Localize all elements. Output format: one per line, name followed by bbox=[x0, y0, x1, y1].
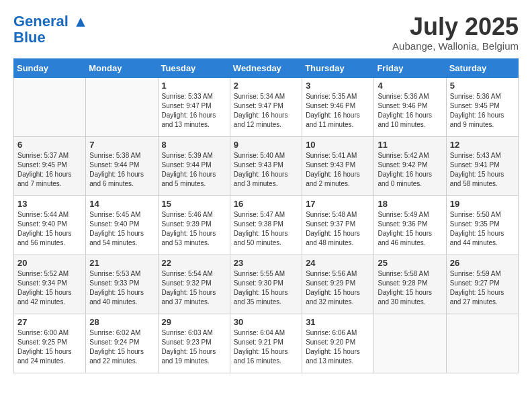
day-number: 27 bbox=[17, 317, 82, 327]
calendar-cell: 20Sunrise: 5:52 AM Sunset: 9:34 PM Dayli… bbox=[14, 255, 86, 314]
calendar-cell: 22Sunrise: 5:54 AM Sunset: 9:32 PM Dayli… bbox=[158, 255, 230, 314]
calendar-cell: 18Sunrise: 5:49 AM Sunset: 9:36 PM Dayli… bbox=[374, 195, 446, 255]
calendar-cell: 12Sunrise: 5:43 AM Sunset: 9:41 PM Dayli… bbox=[446, 136, 518, 195]
day-info: Sunrise: 5:34 AM Sunset: 9:47 PM Dayligh… bbox=[234, 92, 298, 130]
calendar-week-row: 1Sunrise: 5:33 AM Sunset: 9:47 PM Daylig… bbox=[14, 77, 519, 136]
day-info: Sunrise: 5:35 AM Sunset: 9:46 PM Dayligh… bbox=[306, 92, 370, 130]
header-friday: Friday bbox=[374, 58, 446, 77]
day-number: 4 bbox=[378, 81, 442, 91]
header-sunday: Sunday bbox=[14, 58, 86, 77]
day-info: Sunrise: 5:54 AM Sunset: 9:32 PM Dayligh… bbox=[162, 269, 226, 307]
day-info: Sunrise: 5:41 AM Sunset: 9:43 PM Dayligh… bbox=[306, 151, 370, 189]
day-number: 24 bbox=[306, 258, 370, 268]
calendar-cell: 19Sunrise: 5:50 AM Sunset: 9:35 PM Dayli… bbox=[446, 195, 518, 255]
day-info: Sunrise: 5:47 AM Sunset: 9:38 PM Dayligh… bbox=[234, 210, 298, 248]
day-number: 17 bbox=[306, 199, 370, 209]
logo-text-blue: Blue bbox=[13, 30, 87, 46]
day-info: Sunrise: 5:33 AM Sunset: 9:47 PM Dayligh… bbox=[162, 92, 226, 130]
day-info: Sunrise: 5:38 AM Sunset: 9:44 PM Dayligh… bbox=[89, 151, 154, 189]
day-number: 19 bbox=[450, 199, 515, 209]
logo: General Blue bbox=[13, 13, 87, 46]
calendar-week-row: 20Sunrise: 5:52 AM Sunset: 9:34 PM Dayli… bbox=[14, 255, 519, 314]
day-number: 15 bbox=[162, 199, 226, 209]
day-number: 18 bbox=[378, 199, 442, 209]
svg-marker-0 bbox=[76, 18, 85, 27]
calendar-cell: 25Sunrise: 5:58 AM Sunset: 9:28 PM Dayli… bbox=[374, 255, 446, 314]
calendar-week-row: 13Sunrise: 5:44 AM Sunset: 9:40 PM Dayli… bbox=[14, 195, 519, 255]
day-info: Sunrise: 5:52 AM Sunset: 9:34 PM Dayligh… bbox=[17, 269, 82, 307]
day-info: Sunrise: 5:46 AM Sunset: 9:39 PM Dayligh… bbox=[162, 210, 226, 248]
calendar-cell: 2Sunrise: 5:34 AM Sunset: 9:47 PM Daylig… bbox=[230, 77, 302, 136]
day-number: 14 bbox=[89, 199, 154, 209]
calendar-cell bbox=[86, 77, 158, 136]
day-info: Sunrise: 5:40 AM Sunset: 9:43 PM Dayligh… bbox=[234, 151, 298, 189]
page-header: General Blue July 2025 Aubange, Wallonia… bbox=[13, 13, 519, 52]
day-info: Sunrise: 6:06 AM Sunset: 9:20 PM Dayligh… bbox=[306, 328, 370, 366]
day-number: 9 bbox=[234, 140, 298, 150]
day-number: 1 bbox=[162, 81, 226, 91]
day-info: Sunrise: 5:44 AM Sunset: 9:40 PM Dayligh… bbox=[17, 210, 82, 248]
day-number: 12 bbox=[450, 140, 515, 150]
day-info: Sunrise: 6:00 AM Sunset: 9:25 PM Dayligh… bbox=[17, 328, 82, 366]
logo-text: General bbox=[13, 13, 87, 30]
calendar-table: SundayMondayTuesdayWednesdayThursdayFrid… bbox=[13, 58, 519, 373]
day-number: 30 bbox=[234, 317, 298, 327]
day-info: Sunrise: 5:49 AM Sunset: 9:36 PM Dayligh… bbox=[378, 210, 442, 248]
day-number: 25 bbox=[378, 258, 442, 268]
calendar-cell: 7Sunrise: 5:38 AM Sunset: 9:44 PM Daylig… bbox=[86, 136, 158, 195]
calendar-cell: 3Sunrise: 5:35 AM Sunset: 9:46 PM Daylig… bbox=[302, 77, 374, 136]
calendar-week-row: 27Sunrise: 6:00 AM Sunset: 9:25 PM Dayli… bbox=[14, 314, 519, 373]
calendar-cell: 11Sunrise: 5:42 AM Sunset: 9:42 PM Dayli… bbox=[374, 136, 446, 195]
calendar-cell: 23Sunrise: 5:55 AM Sunset: 9:30 PM Dayli… bbox=[230, 255, 302, 314]
day-number: 10 bbox=[306, 140, 370, 150]
day-info: Sunrise: 5:45 AM Sunset: 9:40 PM Dayligh… bbox=[89, 210, 154, 248]
day-info: Sunrise: 6:02 AM Sunset: 9:24 PM Dayligh… bbox=[89, 328, 154, 366]
logo-icon bbox=[74, 15, 87, 29]
calendar-cell bbox=[374, 314, 446, 373]
calendar-cell: 30Sunrise: 6:04 AM Sunset: 9:21 PM Dayli… bbox=[230, 314, 302, 373]
day-number: 23 bbox=[234, 258, 298, 268]
calendar-cell: 6Sunrise: 5:37 AM Sunset: 9:45 PM Daylig… bbox=[14, 136, 86, 195]
header-monday: Monday bbox=[86, 58, 158, 77]
calendar-cell: 27Sunrise: 6:00 AM Sunset: 9:25 PM Dayli… bbox=[14, 314, 86, 373]
day-info: Sunrise: 5:36 AM Sunset: 9:46 PM Dayligh… bbox=[378, 92, 442, 130]
day-number: 22 bbox=[162, 258, 226, 268]
day-number: 3 bbox=[306, 81, 370, 91]
day-info: Sunrise: 5:43 AM Sunset: 9:41 PM Dayligh… bbox=[450, 151, 515, 189]
day-info: Sunrise: 5:36 AM Sunset: 9:45 PM Dayligh… bbox=[450, 92, 515, 130]
day-number: 20 bbox=[17, 258, 82, 268]
day-info: Sunrise: 5:58 AM Sunset: 9:28 PM Dayligh… bbox=[378, 269, 442, 307]
calendar-cell: 10Sunrise: 5:41 AM Sunset: 9:43 PM Dayli… bbox=[302, 136, 374, 195]
header-wednesday: Wednesday bbox=[230, 58, 302, 77]
calendar-week-row: 6Sunrise: 5:37 AM Sunset: 9:45 PM Daylig… bbox=[14, 136, 519, 195]
day-info: Sunrise: 5:50 AM Sunset: 9:35 PM Dayligh… bbox=[450, 210, 515, 248]
day-number: 7 bbox=[89, 140, 154, 150]
calendar-cell: 29Sunrise: 6:03 AM Sunset: 9:23 PM Dayli… bbox=[158, 314, 230, 373]
day-info: Sunrise: 5:56 AM Sunset: 9:29 PM Dayligh… bbox=[306, 269, 370, 307]
calendar-cell: 9Sunrise: 5:40 AM Sunset: 9:43 PM Daylig… bbox=[230, 136, 302, 195]
title-block: July 2025 Aubange, Wallonia, Belgium bbox=[392, 13, 519, 52]
calendar-cell: 17Sunrise: 5:48 AM Sunset: 9:37 PM Dayli… bbox=[302, 195, 374, 255]
calendar-cell: 28Sunrise: 6:02 AM Sunset: 9:24 PM Dayli… bbox=[86, 314, 158, 373]
day-number: 16 bbox=[234, 199, 298, 209]
day-info: Sunrise: 5:48 AM Sunset: 9:37 PM Dayligh… bbox=[306, 210, 370, 248]
day-number: 8 bbox=[162, 140, 226, 150]
month-title: July 2025 bbox=[392, 13, 519, 40]
calendar-cell: 26Sunrise: 5:59 AM Sunset: 9:27 PM Dayli… bbox=[446, 255, 518, 314]
day-info: Sunrise: 5:55 AM Sunset: 9:30 PM Dayligh… bbox=[234, 269, 298, 307]
header-saturday: Saturday bbox=[446, 58, 518, 77]
day-info: Sunrise: 5:37 AM Sunset: 9:45 PM Dayligh… bbox=[17, 151, 82, 189]
day-info: Sunrise: 5:59 AM Sunset: 9:27 PM Dayligh… bbox=[450, 269, 515, 307]
calendar-cell: 24Sunrise: 5:56 AM Sunset: 9:29 PM Dayli… bbox=[302, 255, 374, 314]
day-info: Sunrise: 5:39 AM Sunset: 9:44 PM Dayligh… bbox=[162, 151, 226, 189]
calendar-cell: 5Sunrise: 5:36 AM Sunset: 9:45 PM Daylig… bbox=[446, 77, 518, 136]
day-number: 26 bbox=[450, 258, 515, 268]
header-tuesday: Tuesday bbox=[158, 58, 230, 77]
calendar-cell: 8Sunrise: 5:39 AM Sunset: 9:44 PM Daylig… bbox=[158, 136, 230, 195]
calendar-cell: 21Sunrise: 5:53 AM Sunset: 9:33 PM Dayli… bbox=[86, 255, 158, 314]
day-number: 31 bbox=[306, 317, 370, 327]
day-number: 28 bbox=[89, 317, 154, 327]
day-number: 29 bbox=[162, 317, 226, 327]
calendar-cell: 15Sunrise: 5:46 AM Sunset: 9:39 PM Dayli… bbox=[158, 195, 230, 255]
calendar-header-row: SundayMondayTuesdayWednesdayThursdayFrid… bbox=[14, 58, 519, 77]
